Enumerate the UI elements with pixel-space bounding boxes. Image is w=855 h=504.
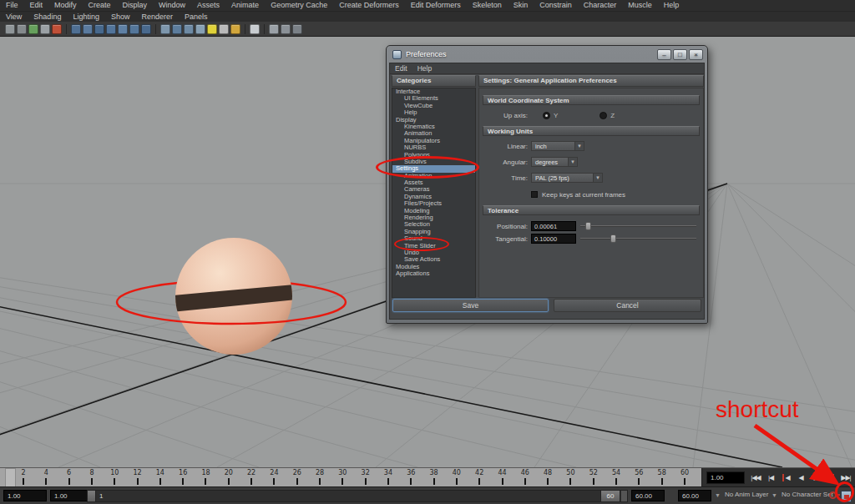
auto-keyframe-toggle-icon[interactable]	[829, 491, 837, 499]
panel-menu-view[interactable]: View	[0, 12, 28, 23]
dialog-menu-help[interactable]: Help	[412, 63, 437, 73]
output-connection-icon[interactable]	[172, 24, 182, 34]
menu-edit[interactable]: Edit	[24, 0, 49, 11]
menu-display[interactable]: Display	[117, 0, 154, 11]
timeline-ruler[interactable]: 2468101214161820222426283032343638404244…	[0, 468, 702, 487]
animation-preferences-button-icon[interactable]	[841, 491, 852, 502]
up-axis-z-radio[interactable]	[600, 112, 607, 119]
frame-tick	[661, 478, 663, 485]
tangential-slider[interactable]	[580, 234, 696, 244]
chevron-down-icon: ▼	[593, 174, 602, 182]
character-set-selector[interactable]: No Character Set	[782, 491, 833, 498]
animation-start-field[interactable]: 1.00	[3, 490, 47, 501]
menu-skin[interactable]: Skin	[508, 0, 534, 11]
step-forward-key-button[interactable]: ▶	[823, 469, 838, 486]
animation-end-field[interactable]: 60.00	[678, 490, 711, 501]
minimize-button[interactable]: –	[657, 49, 671, 60]
snap-point-icon[interactable]	[94, 24, 104, 34]
panel-menu-panels[interactable]: Panels	[179, 12, 214, 23]
go-to-playback-end-button[interactable]: ▶▶|	[838, 469, 853, 486]
anim-layer-dropdown-icon[interactable]: ▼	[715, 492, 721, 498]
keep-keys-checkbox[interactable]	[531, 191, 538, 198]
snap-plane-icon[interactable]	[106, 24, 116, 34]
menu-modify[interactable]: Modify	[48, 0, 83, 11]
paint-select-icon[interactable]	[28, 24, 38, 34]
menu-animate[interactable]: Animate	[225, 0, 265, 11]
range-slider[interactable]: 1 60	[87, 490, 628, 502]
render-cube-icon[interactable]	[195, 24, 205, 34]
positional-slider[interactable]	[580, 221, 696, 231]
snap-view-icon[interactable]	[141, 24, 151, 34]
frame-tick	[273, 478, 275, 485]
dialog-title-bar[interactable]: Preferences – □ ×	[389, 46, 705, 63]
snap-surface-icon[interactable]	[118, 24, 128, 34]
panel-menu-shading[interactable]: Shading	[28, 12, 67, 23]
render-icon[interactable]	[207, 24, 217, 34]
menu-constrain[interactable]: Constrain	[534, 0, 578, 11]
angular-dropdown[interactable]: degrees▼	[531, 157, 578, 167]
save-button[interactable]: Save	[392, 299, 549, 312]
slider-handle[interactable]	[585, 222, 591, 230]
render-settings-icon[interactable]	[230, 24, 240, 34]
tangential-field[interactable]: 0.10000	[531, 234, 576, 244]
playback-speed-field[interactable]: 1.00	[706, 471, 745, 484]
frame-tick	[387, 478, 389, 485]
character-set-dropdown-icon[interactable]: ▼	[772, 492, 777, 498]
channel-box-icon[interactable]	[292, 24, 302, 34]
panel-menu-renderer[interactable]: Renderer	[135, 12, 179, 23]
panel-menu-lighting[interactable]: Lighting	[67, 12, 105, 23]
playback-end-field[interactable]: 60.00	[631, 490, 665, 501]
frame-label-58: 58	[658, 469, 666, 476]
history-toggle-icon[interactable]	[184, 24, 194, 34]
cancel-button[interactable]: Cancel	[554, 299, 701, 312]
move-tool-icon[interactable]	[40, 24, 50, 34]
menu-help[interactable]: Help	[658, 0, 686, 11]
slider-handle[interactable]	[610, 234, 616, 243]
up-axis-y-label: Y	[554, 112, 558, 119]
tolerance-section-bar: Tolerance	[483, 205, 700, 215]
lasso-tool-icon[interactable]	[17, 24, 27, 34]
ipr-render-icon[interactable]	[219, 24, 229, 34]
menu-geometry-cache[interactable]: Geometry Cache	[265, 0, 333, 11]
frame-tick	[502, 478, 503, 485]
snap-curve-icon[interactable]	[83, 24, 93, 34]
panel-menu-show[interactable]: Show	[105, 12, 136, 23]
anim-layer-selector[interactable]: No Anim Layer	[725, 491, 768, 498]
snap-grid-icon[interactable]	[71, 24, 81, 34]
go-to-playback-start-button[interactable]: |◀◀	[748, 469, 763, 486]
up-axis-y-radio[interactable]	[543, 112, 550, 119]
dialog-menu-edit[interactable]: Edit	[390, 63, 412, 73]
play-backwards-button[interactable]: ◀	[793, 469, 808, 486]
attribute-editor-icon[interactable]	[281, 24, 291, 34]
close-button[interactable]: ×	[689, 49, 703, 60]
maximize-button[interactable]: □	[673, 49, 687, 60]
make-live-icon[interactable]	[129, 24, 139, 34]
linear-dropdown[interactable]: inch▼	[531, 141, 584, 151]
menu-character[interactable]: Character	[578, 0, 623, 11]
dropdown-value: degrees	[535, 159, 558, 166]
menu-assets[interactable]: Assets	[191, 0, 225, 11]
menu-window[interactable]: Window	[153, 0, 191, 11]
time-dropdown[interactable]: PAL (25 fps)▼	[531, 173, 603, 183]
range-start-handle[interactable]	[88, 491, 96, 501]
category-item-applications[interactable]: Applications	[392, 270, 475, 277]
menu-file[interactable]: File	[0, 0, 24, 11]
highlight-selection-icon[interactable]	[250, 24, 260, 34]
menu-create[interactable]: Create	[83, 0, 117, 11]
sidebar-toggle-icon[interactable]	[269, 24, 279, 34]
play-forwards-button[interactable]: ▶	[808, 469, 823, 486]
snap-mode-icon[interactable]	[52, 24, 62, 34]
positional-field[interactable]: 0.00061	[531, 221, 576, 231]
menu-edit-deformers[interactable]: Edit Deformers	[405, 0, 467, 11]
range-end-handle[interactable]: 60	[600, 491, 620, 501]
menu-muscle[interactable]: Muscle	[622, 0, 658, 11]
frame-tick	[45, 478, 47, 485]
input-connection-icon[interactable]	[160, 24, 170, 34]
step-back-key-button[interactable]: ◀	[778, 469, 793, 486]
menu-create-deformers[interactable]: Create Deformers	[333, 0, 405, 11]
select-tool-icon[interactable]	[5, 24, 15, 34]
step-back-frame-button[interactable]: |◀	[763, 469, 778, 486]
frame-tick	[456, 478, 458, 485]
current-frame-indicator[interactable]	[5, 468, 16, 487]
menu-skeleton[interactable]: Skeleton	[467, 0, 508, 11]
